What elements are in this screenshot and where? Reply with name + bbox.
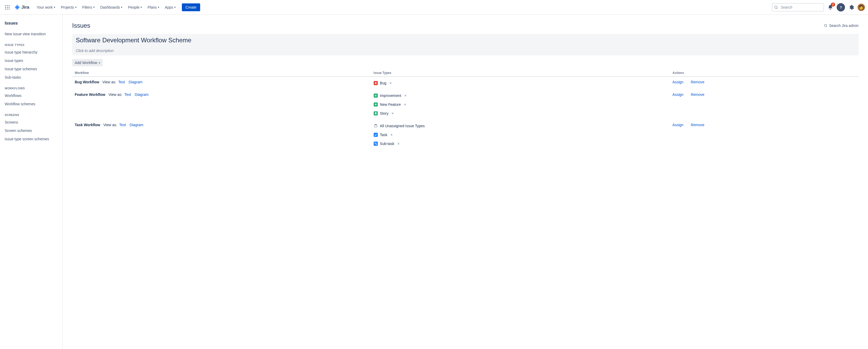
nav-item-dashboards[interactable]: Dashboards▾ xyxy=(98,4,125,11)
scheme-title[interactable]: Software Development Workflow Scheme xyxy=(72,34,859,46)
create-button[interactable]: Create xyxy=(182,3,200,11)
svg-point-6 xyxy=(5,9,6,9)
help-button[interactable]: ? xyxy=(837,3,845,11)
nav-item-apps[interactable]: Apps▾ xyxy=(162,4,178,11)
scheme-description-placeholder[interactable]: Click to add description xyxy=(72,46,859,55)
issue-type-label: Story xyxy=(380,111,389,116)
sidebar-item-issue-types[interactable]: Issue types xyxy=(2,56,60,65)
svg-point-0 xyxy=(5,5,6,6)
col-actions: Actions xyxy=(670,69,859,76)
svg-point-5 xyxy=(9,7,9,7)
remove-link[interactable]: Remove xyxy=(691,80,705,84)
svg-point-14 xyxy=(375,82,376,84)
sidebar-item-issue-type-schemes[interactable]: Issue type schemes xyxy=(2,65,60,73)
issue-type-chip: Story× xyxy=(374,110,667,117)
sidebar-item-sub-tasks[interactable]: Sub-tasks xyxy=(2,73,60,82)
admin-search-link[interactable]: Search Jira admin xyxy=(824,24,859,28)
nav-item-people[interactable]: People▾ xyxy=(125,4,145,11)
viewas-label: View as: xyxy=(103,123,117,127)
workflow-row: Task WorkflowView as:TextDiagramAll Unas… xyxy=(72,120,859,150)
remove-issuetype-icon[interactable]: × xyxy=(390,133,394,137)
remove-issuetype-icon[interactable]: × xyxy=(391,111,395,116)
chevron-down-icon: ▾ xyxy=(99,61,100,64)
assign-link[interactable]: Assign xyxy=(673,123,684,127)
remove-link[interactable]: Remove xyxy=(691,123,705,127)
search-input[interactable] xyxy=(772,3,824,11)
bug-icon xyxy=(374,81,378,85)
chevron-down-icon: ▾ xyxy=(54,6,55,9)
viewas-label: View as: xyxy=(102,80,116,84)
remove-issuetype-icon[interactable]: × xyxy=(396,141,401,146)
chevron-down-icon: ▾ xyxy=(121,6,122,9)
issue-type-chip: Sub-task× xyxy=(374,140,667,147)
notification-badge: 2 xyxy=(831,3,835,6)
sidebar-item-issue-type-hierarchy[interactable]: Issue type hierarchy xyxy=(2,48,60,56)
nav-item-your-work[interactable]: Your work▾ xyxy=(34,4,58,11)
sidebar-item-new-issue-view-transition[interactable]: New issue view transition xyxy=(2,30,60,38)
nav-item-projects[interactable]: Projects▾ xyxy=(58,4,79,11)
viewas-diagram-link[interactable]: Diagram xyxy=(129,80,143,84)
sidebar-item-workflow-schemes[interactable]: Workflow schemes xyxy=(2,100,60,108)
sidebar-item-screen-schemes[interactable]: Screen schemes xyxy=(2,126,60,135)
remove-link[interactable]: Remove xyxy=(691,93,705,97)
viewas-text-link[interactable]: Text xyxy=(118,80,125,84)
jira-logo-icon xyxy=(14,4,20,10)
svg-rect-19 xyxy=(375,142,375,144)
add-workflow-button[interactable]: Add Workflow ▾ xyxy=(72,59,103,66)
remove-issuetype-icon[interactable]: × xyxy=(403,94,408,98)
notifications-button[interactable]: 2 xyxy=(826,3,835,11)
remove-issuetype-icon[interactable]: × xyxy=(389,81,393,85)
sidebar: Issues New issue view transition Issue t… xyxy=(0,14,63,349)
issue-type-label: New Feature xyxy=(380,102,401,106)
sidebar-item-issue-type-screen-schemes[interactable]: Issue type screen schemes xyxy=(2,135,60,143)
viewas-text-link[interactable]: Text xyxy=(124,93,131,97)
viewas-diagram-link[interactable]: Diagram xyxy=(130,123,144,127)
avatar[interactable]: 🧑 xyxy=(858,4,865,11)
top-nav: Jira Your work▾Projects▾Filters▾Dashboar… xyxy=(0,0,868,14)
bookmark-icon xyxy=(374,111,378,116)
sidebar-item-screens[interactable]: Screens xyxy=(2,118,60,126)
settings-button[interactable] xyxy=(847,3,856,11)
svg-point-4 xyxy=(7,7,7,7)
question-icon: ? xyxy=(838,5,843,10)
issue-type-chip: All Unassigned Issue Types xyxy=(374,123,667,129)
issue-type-label: All Unassigned Issue Types xyxy=(380,124,425,128)
viewas-text-link[interactable]: Text xyxy=(119,123,126,127)
svg-line-13 xyxy=(827,26,827,27)
chevron-down-icon: ▾ xyxy=(141,6,142,9)
svg-point-7 xyxy=(7,9,7,9)
workflow-row: Bug WorkflowView as:TextDiagramBug×Assig… xyxy=(72,76,859,89)
gear-icon xyxy=(848,4,854,10)
check-icon xyxy=(374,133,378,137)
plus-icon xyxy=(374,102,378,106)
app-switcher-icon[interactable] xyxy=(3,3,11,11)
sidebar-item-workflows[interactable]: Workflows xyxy=(2,91,60,100)
col-issue-types: Issue Types xyxy=(371,69,670,76)
svg-point-3 xyxy=(5,7,6,7)
global-search[interactable] xyxy=(772,3,824,11)
page-title: Issues xyxy=(72,22,90,29)
sidebar-heading-screens: Screens xyxy=(2,108,60,118)
assign-link[interactable]: Assign xyxy=(673,80,684,84)
svg-rect-20 xyxy=(376,144,376,145)
jira-logo[interactable]: Jira xyxy=(12,4,31,10)
col-workflow: Workflow xyxy=(72,69,371,76)
remove-issuetype-icon[interactable]: × xyxy=(403,102,407,106)
chevron-down-icon: ▾ xyxy=(75,6,76,9)
product-name: Jira xyxy=(22,5,29,10)
nav-item-plans[interactable]: Plans▾ xyxy=(145,4,162,11)
assign-link[interactable]: Assign xyxy=(673,93,684,97)
svg-rect-16 xyxy=(375,104,376,105)
subtask-icon xyxy=(374,141,378,146)
viewas-diagram-link[interactable]: Diagram xyxy=(135,93,149,97)
issue-type-label: Bug xyxy=(380,81,386,85)
sidebar-heading-workflows: Workflows xyxy=(2,82,60,91)
workflow-row: Feature WorkflowView as:TextDiagramImpro… xyxy=(72,89,859,120)
arrow-up-icon xyxy=(374,94,378,98)
sidebar-title: Issues xyxy=(2,21,60,30)
workflow-name: Bug Workflow xyxy=(75,80,99,84)
viewas-label: View as: xyxy=(108,93,122,97)
main-content: Issues Search Jira admin Software Develo… xyxy=(63,14,868,349)
chevron-down-icon: ▾ xyxy=(93,6,95,9)
nav-item-filters[interactable]: Filters▾ xyxy=(80,4,97,11)
